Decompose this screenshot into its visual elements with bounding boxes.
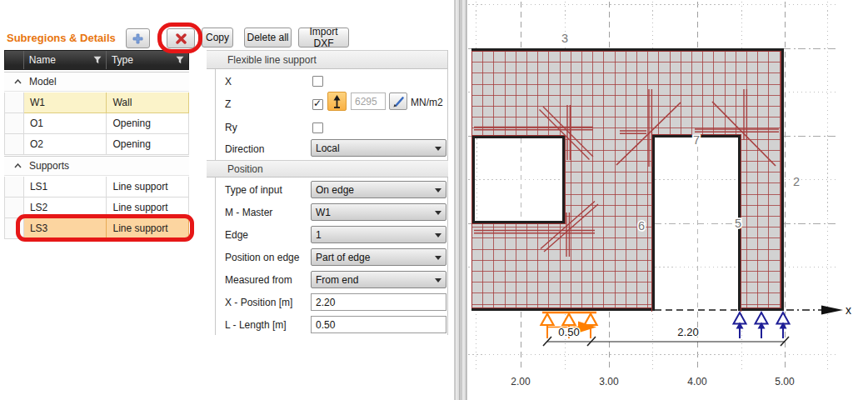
cell-name[interactable]: LS3 [24,218,107,239]
caret-down-icon [435,188,441,192]
plus-icon [132,33,143,44]
type-of-input-label: Type of input [225,184,282,196]
section-header-position: Position [207,160,448,178]
ruler-label: 3.00 [599,376,619,388]
ruler-label: 4.00 [687,376,707,388]
table-header-name[interactable]: Name [24,51,107,69]
delete-button[interactable] [167,28,195,48]
table-header-indicator [5,51,24,69]
cell-type[interactable]: Line support [107,198,189,218]
x-position-label: X - Position [m] [225,297,292,308]
table-row-w1[interactable]: W1 Wall [4,92,189,113]
funnel-icon[interactable] [176,56,184,64]
table-row-ls1[interactable]: LS1 Line support [4,177,189,198]
table-row-o2[interactable]: O2 Opening [4,134,189,155]
section-header-flexible-line-support: Flexible line support [207,50,448,69]
cell-name[interactable]: LS1 [24,177,107,198]
x-position-input[interactable] [311,293,446,311]
dimension-label-large: 2.20 [677,326,698,338]
table-row-ls3-selected[interactable]: LS3 Line support [4,218,189,239]
table-row-ls2[interactable]: LS2 Line support [4,198,189,218]
edge-label-top: 3 [561,32,568,45]
type-of-input-dropdown[interactable]: On edge [311,181,446,198]
import-dxf-button[interactable]: Import DXF [298,28,349,48]
l-length-input[interactable] [311,316,446,333]
position-on-edge-label: Position on edge [225,252,299,263]
right-arrow-icon [821,306,843,315]
ry-stiffness-checkbox[interactable] [312,122,323,133]
divider [215,178,216,335]
group-row-supports[interactable]: Supports [4,156,189,176]
x-axis: x [655,303,851,317]
add-button[interactable] [126,28,150,48]
line-support-navy[interactable] [734,312,790,338]
copy-button[interactable]: Copy [202,28,233,48]
ruler-label: 2.00 [511,376,531,388]
direction-label: Direction [225,143,264,155]
delete-all-button[interactable]: Delete all [244,28,292,48]
ry-stiffness-label: Ry [225,122,237,133]
edge-label-right: 2 [793,175,800,188]
cell-type[interactable]: Opening [107,113,189,134]
z-stiffness-unit: MN/m2 [411,97,443,108]
application-window: Subregions & Details Copy Delete all Imp… [0,0,868,400]
edge-label: Edge [225,229,248,241]
group-row-model[interactable]: Model [4,72,189,92]
dimension-label-small: 0.50 [558,326,579,338]
z-stiffness-label: Z [225,98,231,110]
cell-name[interactable]: W1 [24,92,107,113]
divider [447,50,448,335]
mesh-refinement-lines [474,89,779,257]
ruler-label: 5.00 [775,376,795,388]
caret-down-icon [435,211,441,215]
caret-down-icon [435,256,441,260]
axis-x-label: x [846,303,851,317]
divider [215,69,216,160]
measured-from-label: Measured from [225,274,292,286]
edge-label-opening-left: 6 [638,219,645,232]
pencil-icon [392,95,405,108]
caret-down-icon [435,147,441,151]
cell-name[interactable]: O1 [24,113,107,134]
measured-from-dropdown[interactable]: From end [311,271,446,288]
edit-stiffness-button[interactable] [389,92,407,110]
ruler-labels: 2.00 3.00 4.00 5.00 [511,376,795,388]
position-on-edge-dropdown[interactable]: Part of edge [311,248,446,266]
z-direction-button[interactable] [327,92,347,111]
cell-type[interactable]: Line support [107,218,189,239]
cell-type[interactable]: Opening [107,134,189,155]
up-arrow-icon [331,94,343,108]
caret-down-icon [435,233,441,238]
l-length-label: L - Length [m] [225,319,287,331]
x-stiffness-checkbox[interactable] [312,76,323,87]
chevron-up-icon [14,163,22,168]
cell-type[interactable]: Line support [107,177,189,198]
x-stiffness-label: X [225,76,232,88]
edge-label-opening-top: 7 [693,133,700,147]
master-label: M - Master [225,207,272,218]
z-stiffness-checkbox[interactable] [312,99,323,110]
chevron-up-icon [14,79,22,84]
edge-label-opening-right: 5 [735,217,741,230]
master-dropdown[interactable]: W1 [311,203,446,221]
panel-splitter[interactable] [453,0,468,400]
table-row-o1[interactable]: O1 Opening [4,113,189,134]
drawing-canvas[interactable]: x 0.50 2.20 3 2 7 6 5 2.00 3.00 4.00 [468,0,868,400]
z-stiffness-value-input[interactable] [351,92,386,110]
cell-type[interactable]: Wall [107,92,189,113]
cell-name[interactable]: O2 [24,134,107,155]
table-header-type[interactable]: Type [107,51,188,69]
direction-dropdown[interactable]: Local [311,139,446,157]
funnel-icon[interactable] [93,56,102,64]
caret-down-icon [435,278,441,282]
x-icon [176,33,187,44]
panel-title: Subregions & Details [7,32,116,44]
cell-name[interactable]: LS2 [24,198,107,218]
edge-dropdown[interactable]: 1 [311,226,446,243]
table-header-row: Name Type [4,50,189,70]
